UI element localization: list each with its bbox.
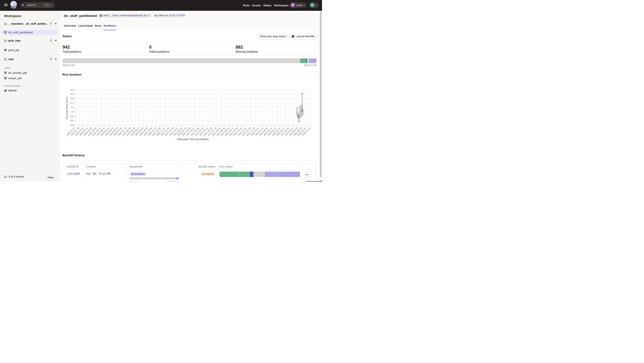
svg-text:9.5: 9.5 [70, 88, 74, 91]
svg-text:Execution Time by Partition: Execution Time by Partition [177, 138, 209, 141]
svg-text:Execution time (secs): Execution time (secs) [66, 97, 68, 119]
svg-text:5.5: 5.5 [70, 124, 74, 126]
svg-text:9.0: 9.0 [70, 93, 74, 95]
svg-text:7.5: 7.5 [70, 106, 74, 109]
svg-text:8.0: 8.0 [70, 102, 74, 104]
svg-text:8.5: 8.5 [70, 97, 74, 100]
svg-text:6.5: 6.5 [70, 115, 74, 118]
svg-text:6.0: 6.0 [70, 120, 74, 122]
svg-text:7.0: 7.0 [70, 111, 74, 113]
